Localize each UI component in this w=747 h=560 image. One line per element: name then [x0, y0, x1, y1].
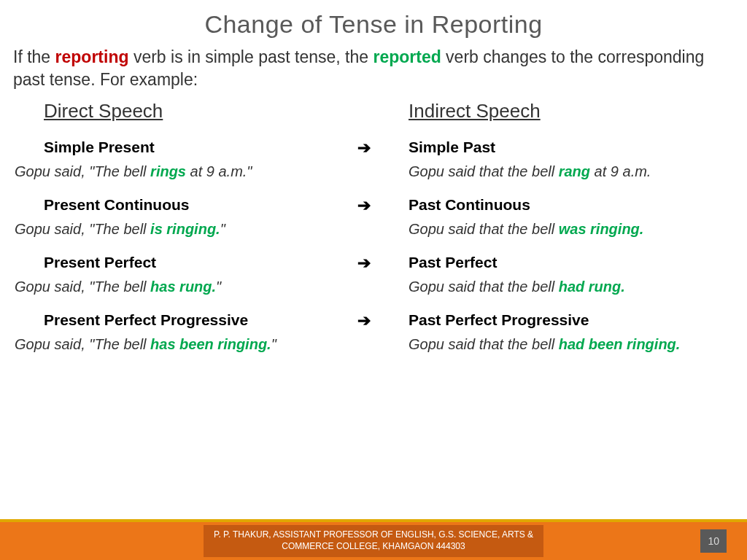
footer-line2: COMMERCE COLLEGE, KHAMGAON 444303 — [282, 541, 465, 551]
ex-text: " — [216, 279, 221, 295]
row-spacer — [357, 218, 409, 249]
tense-left-0: Simple Present — [44, 134, 357, 160]
ex-text: " — [271, 336, 276, 352]
row-spacer — [357, 276, 409, 307]
ex-text: Gopu said, "The bell — [15, 163, 150, 179]
ex-text: Gopu said, "The bell — [15, 279, 150, 295]
footer-main: P. P. THAKUR, ASSISTANT PROFESSOR OF ENG… — [0, 522, 747, 560]
ex-verb: was ringing. — [559, 221, 644, 237]
ex-verb: rang — [559, 163, 590, 179]
footer-credit: P. P. THAKUR, ASSISTANT PROFESSOR OF ENG… — [204, 525, 543, 556]
intro-text-mid: verb is in simple past tense, the — [129, 47, 374, 66]
tense-right-2: Past Perfect — [409, 249, 732, 276]
footer: P. P. THAKUR, ASSISTANT PROFESSOR OF ENG… — [0, 519, 747, 560]
ex-text: Gopu said, "The bell — [15, 221, 150, 237]
ex-verb: had been ringing. — [559, 336, 681, 352]
ex-verb: has rung. — [150, 279, 216, 295]
tense-left-1: Present Continuous — [44, 192, 357, 218]
ex-text: Gopu said, "The bell — [15, 336, 150, 352]
tense-right-0: Simple Past — [409, 134, 732, 160]
header-direct-speech: Direct Speech — [44, 100, 357, 122]
keyword-reported: reported — [373, 47, 441, 66]
ex-text: " — [220, 221, 225, 237]
arrow-icon: ➔ — [357, 192, 409, 218]
tense-grid: Direct Speech Indirect Speech Simple Pre… — [0, 96, 747, 365]
slide-title: Change of Tense in Reporting — [0, 0, 747, 39]
intro-paragraph: If the reporting verb is in simple past … — [0, 39, 747, 96]
row-spacer — [357, 333, 409, 365]
ex-text: Gopu said that the bell — [409, 279, 559, 295]
intro-text-pre: If the — [13, 47, 55, 66]
header-spacer — [357, 100, 409, 134]
ex-text: Gopu said that the bell — [409, 221, 559, 237]
example-left-0: Gopu said, "The bell rings at 9 a.m." — [15, 160, 357, 192]
example-right-1: Gopu said that the bell was ringing. — [409, 218, 732, 249]
arrow-icon: ➔ — [357, 249, 409, 276]
example-left-1: Gopu said, "The bell is ringing." — [15, 218, 357, 249]
row-spacer — [357, 160, 409, 192]
ex-verb: rings — [150, 163, 186, 179]
example-left-3: Gopu said, "The bell has been ringing." — [15, 333, 357, 365]
example-left-2: Gopu said, "The bell has rung." — [15, 276, 357, 307]
page-number: 10 — [700, 529, 727, 553]
ex-verb: is ringing. — [150, 221, 220, 237]
slide: Change of Tense in Reporting If the repo… — [0, 0, 747, 560]
ex-verb: had rung. — [559, 279, 625, 295]
tense-left-3: Present Perfect Progressive — [44, 307, 357, 333]
ex-text: at 9 a.m. — [590, 163, 651, 179]
example-right-3: Gopu said that the bell had been ringing… — [409, 333, 732, 365]
ex-text: Gopu said that the bell — [409, 163, 559, 179]
arrow-icon: ➔ — [357, 307, 409, 333]
ex-text: at 9 a.m." — [186, 163, 252, 179]
example-right-0: Gopu said that the bell rang at 9 a.m. — [409, 160, 732, 192]
keyword-reporting: reporting — [55, 47, 129, 66]
ex-text: Gopu said that the bell — [409, 336, 559, 352]
arrow-icon: ➔ — [357, 134, 409, 160]
example-right-2: Gopu said that the bell had rung. — [409, 276, 732, 307]
tense-left-2: Present Perfect — [44, 249, 357, 276]
tense-right-3: Past Perfect Progressive — [409, 307, 732, 333]
header-indirect-speech: Indirect Speech — [409, 100, 732, 122]
footer-line1: P. P. THAKUR, ASSISTANT PROFESSOR OF ENG… — [214, 529, 533, 540]
tense-right-1: Past Continuous — [409, 192, 732, 218]
ex-verb: has been ringing. — [150, 336, 271, 352]
